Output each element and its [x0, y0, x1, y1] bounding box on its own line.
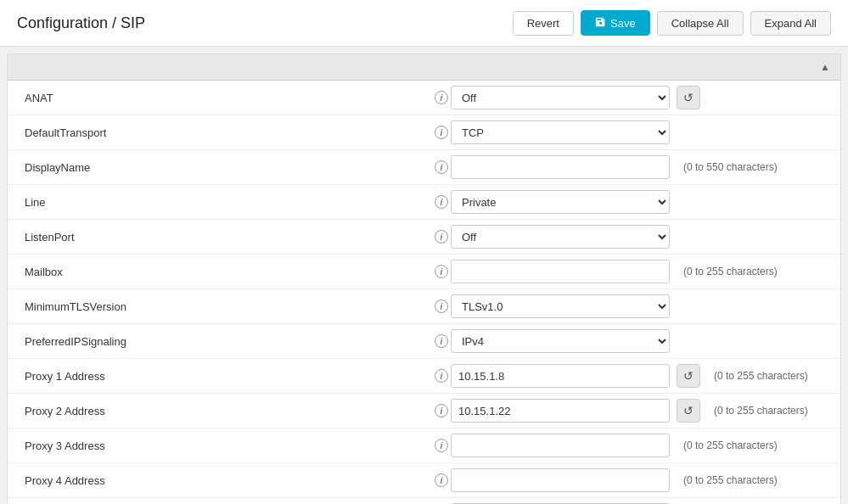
label-mailbox: Mailbox — [25, 266, 432, 278]
row-mailbox: Mailboxi(0 to 255 characters) — [8, 255, 840, 289]
reset-btn-proxy-2-address[interactable]: ↺ — [677, 399, 700, 423]
input-proxy-2-address[interactable] — [451, 399, 670, 423]
page-header: Configuration / SIP Revert Save Collapse… — [0, 0, 848, 47]
select-default-transport[interactable]: TCPUDPTLS — [451, 120, 670, 144]
info-icon-proxy-4-address[interactable]: i — [432, 473, 451, 487]
row-display-name: DisplayNamei(0 to 550 characters) — [8, 150, 840, 185]
info-icon-anat[interactable]: i — [432, 91, 451, 104]
row-minimum-tls-version: MinimumTLSVersioniTLSv1.0TLSv1.1TLSv1.2 — [8, 289, 840, 324]
collapse-section-icon[interactable]: ▲ — [820, 61, 830, 73]
control-proxy-3-address: (0 to 255 characters) — [451, 434, 823, 457]
label-default-transport: DefaultTransport — [25, 126, 432, 139]
select-minimum-tls-version[interactable]: TLSv1.0TLSv1.1TLSv1.2 — [451, 294, 670, 318]
label-proxy-2-address: Proxy 2 Address — [25, 405, 432, 417]
config-rows-container: ANATiOffOn↺DefaultTransportiTCPUDPTLSDis… — [8, 81, 840, 504]
label-proxy-3-address: Proxy 3 Address — [25, 440, 432, 452]
save-button[interactable]: Save — [581, 10, 650, 36]
save-icon — [595, 16, 606, 30]
select-preferred-ip-signaling[interactable]: IPv4IPv6 — [451, 329, 670, 353]
label-display-name: DisplayName — [25, 161, 432, 174]
row-proxy-4-address: Proxy 4 Addressi(0 to 255 characters) — [8, 463, 840, 498]
info-icon-display-name[interactable]: i — [432, 160, 451, 174]
row-tls-verify: TlsVerifyiOffOn — [8, 498, 840, 504]
hint-mailbox: (0 to 255 characters) — [683, 266, 778, 277]
label-listen-port: ListenPort — [25, 231, 432, 244]
row-proxy-2-address: Proxy 2 Addressi↺(0 to 255 characters) — [8, 394, 840, 428]
row-default-transport: DefaultTransportiTCPUDPTLS — [8, 115, 840, 150]
control-proxy-1-address: ↺(0 to 255 characters) — [451, 364, 823, 388]
section-header: ▲ — [8, 54, 840, 81]
row-listen-port: ListenPortiOffOn — [8, 220, 840, 255]
control-default-transport: TCPUDPTLS — [451, 120, 823, 144]
label-anat: ANAT — [25, 92, 432, 104]
control-listen-port: OffOn — [451, 225, 823, 249]
revert-button[interactable]: Revert — [513, 11, 574, 36]
info-icon-mailbox[interactable]: i — [432, 265, 451, 278]
label-minimum-tls-version: MinimumTLSVersion — [25, 300, 432, 313]
info-icon-default-transport[interactable]: i — [432, 126, 451, 139]
select-line[interactable]: PrivatePublic — [451, 190, 670, 214]
info-icon-proxy-2-address[interactable]: i — [432, 404, 451, 417]
info-icon-proxy-3-address[interactable]: i — [432, 439, 451, 452]
input-proxy-4-address[interactable] — [451, 468, 670, 492]
reset-btn-proxy-1-address[interactable]: ↺ — [677, 364, 700, 388]
reset-btn-anat[interactable]: ↺ — [677, 86, 700, 109]
select-listen-port[interactable]: OffOn — [451, 225, 670, 249]
collapse-all-button[interactable]: Collapse All — [657, 11, 744, 36]
input-proxy-3-address[interactable] — [451, 434, 670, 457]
control-mailbox: (0 to 255 characters) — [451, 260, 823, 283]
hint-proxy-2-address: (0 to 255 characters) — [714, 405, 808, 417]
control-minimum-tls-version: TLSv1.0TLSv1.1TLSv1.2 — [451, 294, 823, 318]
label-proxy-4-address: Proxy 4 Address — [25, 474, 432, 487]
row-line: LineiPrivatePublic — [8, 185, 840, 220]
label-line: Line — [25, 196, 432, 209]
hint-proxy-1-address: (0 to 255 characters) — [714, 370, 808, 382]
label-preferred-ip-signaling: PreferredIPSignaling — [25, 335, 432, 348]
select-anat[interactable]: OffOn — [451, 86, 670, 109]
row-anat: ANATiOffOn↺ — [8, 81, 840, 115]
info-icon-line[interactable]: i — [432, 195, 451, 209]
config-panel: ▲ ANATiOffOn↺DefaultTransportiTCPUDPTLSD… — [7, 53, 841, 504]
page-wrapper: Configuration / SIP Revert Save Collapse… — [0, 0, 848, 504]
control-proxy-4-address: (0 to 255 characters) — [451, 468, 823, 492]
info-icon-minimum-tls-version[interactable]: i — [432, 300, 451, 313]
control-line: PrivatePublic — [451, 190, 823, 214]
expand-all-button[interactable]: Expand All — [750, 11, 831, 36]
page-title: Configuration / SIP — [17, 14, 145, 32]
hint-display-name: (0 to 550 characters) — [683, 161, 778, 173]
control-display-name: (0 to 550 characters) — [451, 155, 823, 179]
hint-proxy-4-address: (0 to 255 characters) — [683, 474, 778, 486]
control-anat: OffOn↺ — [451, 86, 823, 109]
control-proxy-2-address: ↺(0 to 255 characters) — [451, 399, 823, 423]
row-proxy-1-address: Proxy 1 Addressi↺(0 to 255 characters) — [8, 359, 840, 394]
row-proxy-3-address: Proxy 3 Addressi(0 to 255 characters) — [8, 428, 840, 463]
info-icon-preferred-ip-signaling[interactable]: i — [432, 334, 451, 348]
control-preferred-ip-signaling: IPv4IPv6 — [451, 329, 823, 353]
input-proxy-1-address[interactable] — [451, 364, 670, 388]
hint-proxy-3-address: (0 to 255 characters) — [683, 440, 778, 451]
header-actions: Revert Save Collapse All Expand All — [513, 10, 831, 36]
info-icon-proxy-1-address[interactable]: i — [432, 369, 451, 383]
input-display-name[interactable] — [451, 155, 670, 179]
input-mailbox[interactable] — [451, 260, 670, 283]
info-icon-listen-port[interactable]: i — [432, 230, 451, 244]
row-preferred-ip-signaling: PreferredIPSignalingiIPv4IPv6 — [8, 324, 840, 359]
label-proxy-1-address: Proxy 1 Address — [25, 370, 432, 383]
